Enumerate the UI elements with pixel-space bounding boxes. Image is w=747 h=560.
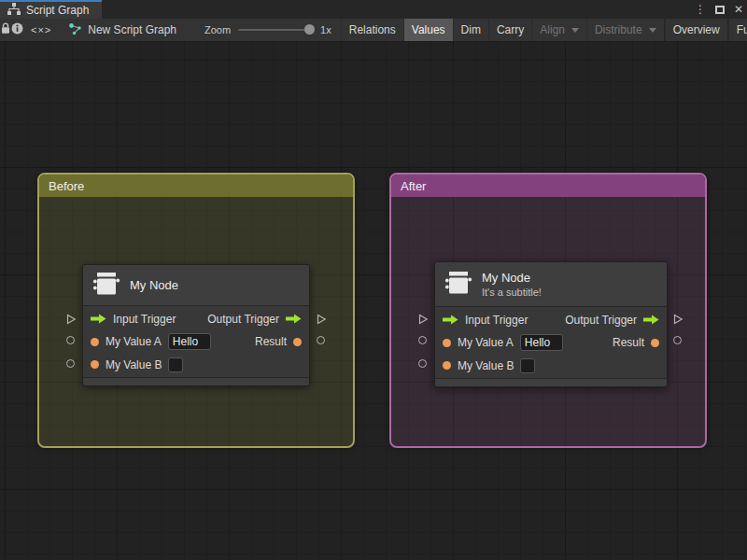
- script-graph-window: Script Graph ⋮ ✕: [0, 0, 747, 560]
- external-value-port[interactable]: [317, 336, 325, 344]
- tab-script-graph[interactable]: Script Graph: [0, 0, 102, 19]
- carry-button[interactable]: Carry: [488, 19, 531, 41]
- relations-button[interactable]: Relations: [341, 19, 403, 41]
- node-footer: [435, 378, 667, 386]
- node-body: Input Trigger Output Trigger My Value A: [83, 306, 309, 377]
- fullscreen-button[interactable]: Full Screen: [728, 19, 747, 41]
- input-trigger-label: Input Trigger: [465, 314, 528, 327]
- external-flow-port[interactable]: [65, 312, 77, 323]
- value-a-label: My Value A: [106, 335, 162, 348]
- graph-canvas[interactable]: Before After: [0, 42, 747, 560]
- lock-icon: [0, 22, 11, 37]
- input-trigger-label: Input Trigger: [113, 313, 176, 326]
- group-before-header[interactable]: Before: [39, 175, 353, 197]
- code-view-button[interactable]: <×>: [23, 19, 59, 41]
- value-in-icon[interactable]: [443, 361, 451, 370]
- zoom-value: 1x: [320, 24, 331, 35]
- node-my-node-after[interactable]: My Node It's a subtitle! Input Trigger O…: [434, 261, 668, 387]
- flow-out-icon[interactable]: [286, 314, 302, 324]
- node-footer: [83, 377, 309, 385]
- node-title: My Node: [130, 278, 178, 292]
- unit-icon: [92, 272, 120, 300]
- dim-button[interactable]: Dim: [453, 19, 488, 41]
- group-after-label: After: [401, 179, 426, 193]
- zoom-slider[interactable]: [238, 29, 313, 31]
- port-row-value-b: My Value B: [83, 354, 309, 375]
- info-button[interactable]: [11, 19, 23, 41]
- align-dropdown[interactable]: Align: [531, 19, 586, 41]
- value-b-field[interactable]: [520, 358, 535, 373]
- value-in-icon[interactable]: [443, 339, 451, 347]
- node-subtitle: It's a subtitle!: [482, 287, 542, 298]
- values-button[interactable]: Values: [403, 19, 453, 41]
- graph-tab-icon: [7, 3, 21, 18]
- value-b-field[interactable]: [168, 357, 183, 372]
- value-out-icon[interactable]: [293, 338, 302, 346]
- value-a-field[interactable]: [168, 333, 211, 350]
- unit-icon: [444, 271, 472, 299]
- output-trigger-label: Output Trigger: [565, 314, 637, 327]
- external-flow-port[interactable]: [417, 312, 429, 323]
- value-b-label: My Value B: [106, 358, 162, 371]
- zoom-control: Zoom 1x: [197, 19, 339, 41]
- external-flow-port[interactable]: [672, 312, 684, 323]
- node-header[interactable]: My Node: [83, 265, 309, 306]
- flow-in-icon[interactable]: [91, 314, 106, 324]
- external-value-port[interactable]: [66, 359, 75, 368]
- port-row-trigger: Input Trigger Output Trigger: [435, 309, 667, 330]
- tab-title: Script Graph: [26, 4, 89, 17]
- value-out-icon[interactable]: [651, 339, 659, 347]
- node-my-node-before[interactable]: My Node Input Trigger Output Trigger: [82, 264, 310, 386]
- group-before-label: Before: [49, 179, 84, 193]
- zoom-slider-handle[interactable]: [304, 24, 315, 35]
- external-value-port[interactable]: [418, 336, 427, 344]
- flow-in-icon[interactable]: [443, 315, 458, 325]
- external-value-port[interactable]: [418, 359, 427, 368]
- graph-toolbar: <×> New Script Graph Zoom 1x Relations V…: [0, 19, 747, 42]
- group-after-header[interactable]: After: [391, 175, 705, 197]
- window-controls: ⋮ ✕: [695, 0, 743, 19]
- new-script-graph-button[interactable]: New Script Graph: [59, 19, 186, 41]
- chevron-down-icon: [649, 28, 656, 33]
- value-in-icon[interactable]: [91, 360, 99, 369]
- node-body: Input Trigger Output Trigger My Value A: [435, 307, 667, 378]
- node-title: My Node: [482, 271, 542, 285]
- result-label: Result: [613, 336, 644, 349]
- kebab-menu-icon[interactable]: ⋮: [695, 4, 706, 15]
- flow-out-icon[interactable]: [643, 315, 659, 325]
- close-icon[interactable]: ✕: [734, 4, 743, 15]
- maximize-icon[interactable]: [715, 1, 725, 18]
- external-value-port[interactable]: [66, 336, 75, 344]
- value-a-field[interactable]: [520, 334, 563, 351]
- port-row-value-b: My Value B: [435, 355, 667, 376]
- output-trigger-label: Output Trigger: [207, 313, 279, 326]
- graph-asset-icon: [68, 22, 82, 38]
- new-graph-label: New Script Graph: [88, 23, 176, 36]
- external-flow-port[interactable]: [316, 312, 327, 323]
- overview-button[interactable]: Overview: [665, 19, 727, 41]
- value-b-label: My Value B: [458, 359, 514, 372]
- port-row-value-a: My Value A Result: [435, 330, 667, 355]
- info-icon: [11, 22, 23, 37]
- tab-bar: Script Graph ⋮ ✕: [0, 0, 747, 19]
- node-header[interactable]: My Node It's a subtitle!: [435, 262, 667, 307]
- port-row-value-a: My Value A Result: [83, 329, 309, 354]
- chevron-down-icon: [571, 28, 579, 33]
- result-label: Result: [255, 335, 287, 348]
- value-in-icon[interactable]: [91, 338, 99, 346]
- port-row-trigger: Input Trigger Output Trigger: [83, 308, 309, 329]
- lock-button[interactable]: [0, 19, 11, 41]
- value-a-label: My Value A: [458, 336, 514, 349]
- zoom-label: Zoom: [204, 24, 231, 35]
- view-options: Relations Values Dim Carry Align Distrib…: [341, 19, 747, 41]
- external-value-port[interactable]: [673, 336, 682, 344]
- distribute-dropdown[interactable]: Distribute: [586, 19, 664, 41]
